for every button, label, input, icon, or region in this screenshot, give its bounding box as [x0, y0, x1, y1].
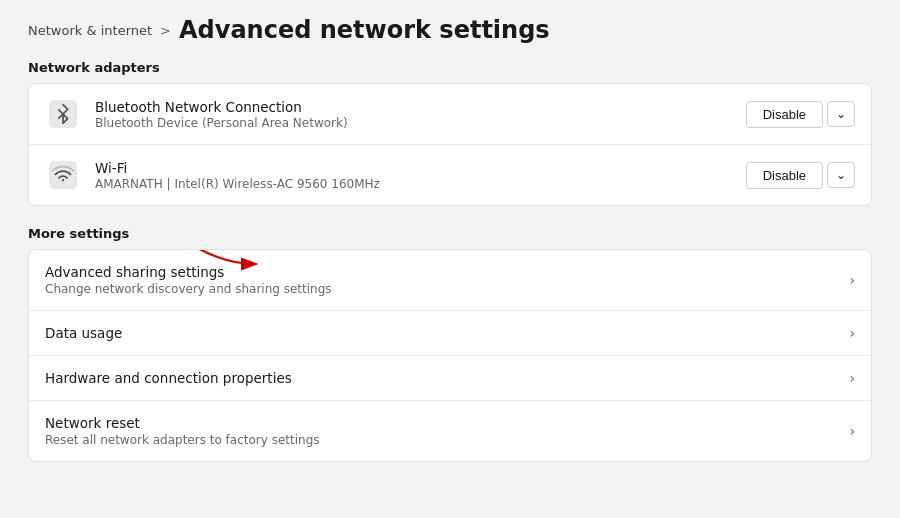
- network-reset-info: Network reset Reset all network adapters…: [45, 415, 849, 447]
- wifi-expand-button[interactable]: ⌄: [827, 162, 855, 188]
- bluetooth-adapter-row: Bluetooth Network Connection Bluetooth D…: [29, 84, 871, 144]
- data-usage-title: Data usage: [45, 325, 849, 341]
- page-title: Advanced network settings: [179, 16, 550, 44]
- network-reset-title: Network reset: [45, 415, 849, 431]
- page-container: Network & internet > Advanced network se…: [0, 0, 900, 518]
- more-settings-section: More settings Advanced sharing settings …: [28, 226, 872, 462]
- network-adapters-section-title: Network adapters: [28, 60, 872, 75]
- wifi-adapter-info: Wi-Fi AMARNATH | Intel(R) Wireless-AC 95…: [95, 160, 746, 191]
- data-usage-chevron-icon: ›: [849, 325, 855, 341]
- bluetooth-expand-button[interactable]: ⌄: [827, 101, 855, 127]
- more-settings-section-title: More settings: [28, 226, 872, 241]
- bluetooth-adapter-info: Bluetooth Network Connection Bluetooth D…: [95, 99, 746, 130]
- wifi-adapter-row: Wi-Fi AMARNATH | Intel(R) Wireless-AC 95…: [29, 144, 871, 205]
- bluetooth-disable-button[interactable]: Disable: [746, 101, 823, 128]
- breadcrumb: Network & internet > Advanced network se…: [28, 16, 872, 44]
- network-reset-chevron-icon: ›: [849, 423, 855, 439]
- advanced-sharing-settings-row[interactable]: Advanced sharing settings Change network…: [29, 250, 871, 310]
- network-adapters-group: Bluetooth Network Connection Bluetooth D…: [28, 83, 872, 206]
- network-reset-row[interactable]: Network reset Reset all network adapters…: [29, 400, 871, 461]
- hardware-connection-row[interactable]: Hardware and connection properties ›: [29, 355, 871, 400]
- advanced-sharing-chevron-icon: ›: [849, 272, 855, 288]
- bluetooth-icon: [45, 96, 81, 132]
- wifi-disable-button[interactable]: Disable: [746, 162, 823, 189]
- advanced-sharing-info: Advanced sharing settings Change network…: [45, 264, 849, 296]
- breadcrumb-separator: >: [160, 23, 171, 38]
- bluetooth-adapter-name: Bluetooth Network Connection: [95, 99, 746, 115]
- hardware-connection-info: Hardware and connection properties: [45, 370, 849, 386]
- hardware-connection-title: Hardware and connection properties: [45, 370, 849, 386]
- advanced-sharing-title: Advanced sharing settings: [45, 264, 849, 280]
- svg-rect-1: [49, 161, 77, 189]
- hardware-connection-chevron-icon: ›: [849, 370, 855, 386]
- bluetooth-adapter-actions: Disable ⌄: [746, 101, 855, 128]
- network-reset-desc: Reset all network adapters to factory se…: [45, 433, 849, 447]
- wifi-icon: [45, 157, 81, 193]
- more-settings-group: Advanced sharing settings Change network…: [28, 249, 872, 462]
- data-usage-row[interactable]: Data usage ›: [29, 310, 871, 355]
- breadcrumb-parent[interactable]: Network & internet: [28, 23, 152, 38]
- wifi-adapter-name: Wi-Fi: [95, 160, 746, 176]
- advanced-sharing-desc: Change network discovery and sharing set…: [45, 282, 849, 296]
- data-usage-info: Data usage: [45, 325, 849, 341]
- wifi-adapter-desc: AMARNATH | Intel(R) Wireless-AC 9560 160…: [95, 177, 746, 191]
- bluetooth-adapter-desc: Bluetooth Device (Personal Area Network): [95, 116, 746, 130]
- wifi-adapter-actions: Disable ⌄: [746, 162, 855, 189]
